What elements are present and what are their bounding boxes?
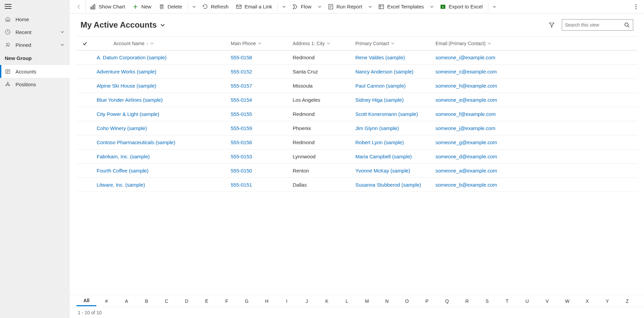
- table-row[interactable]: Litware, Inc. (sample) 555-0151 Dallas S…: [76, 178, 637, 192]
- nav-home[interactable]: Home: [0, 13, 70, 26]
- column-account-name[interactable]: Account Name ↑: [93, 41, 227, 46]
- alpha-filter-item[interactable]: #: [96, 296, 116, 306]
- table-row[interactable]: Contoso Pharmaceuticals (sample) 555-015…: [76, 135, 637, 150]
- new-button[interactable]: New: [129, 0, 155, 13]
- alpha-filter-item[interactable]: H: [257, 296, 277, 306]
- alpha-filter-item[interactable]: E: [197, 296, 217, 306]
- alpha-filter-item[interactable]: K: [317, 296, 337, 306]
- alpha-filter-item[interactable]: M: [357, 296, 377, 306]
- phone-link[interactable]: 555-0157: [231, 83, 252, 89]
- overflow-menu[interactable]: [631, 0, 641, 13]
- contact-link[interactable]: Paul Cannon (sample): [355, 83, 406, 89]
- run-report-button[interactable]: Run Report: [324, 0, 366, 13]
- email-link[interactable]: someone_f@example.com: [436, 111, 496, 117]
- alpha-filter-item[interactable]: P: [417, 296, 437, 306]
- templates-dropdown[interactable]: [428, 0, 436, 13]
- select-all-checkbox[interactable]: [76, 41, 93, 46]
- contact-link[interactable]: Nancy Anderson (sample): [355, 69, 414, 74]
- alpha-filter-item[interactable]: G: [237, 296, 257, 306]
- email-link-button[interactable]: Email a Link: [232, 0, 276, 13]
- account-link[interactable]: Coho Winery (sample): [97, 125, 147, 131]
- email-dropdown[interactable]: [280, 0, 288, 13]
- alpha-filter-item[interactable]: V: [537, 296, 557, 306]
- alpha-filter-item[interactable]: F: [217, 296, 236, 306]
- filter-button[interactable]: [546, 19, 558, 31]
- email-link[interactable]: someone_g@example.com: [436, 139, 497, 145]
- phone-link[interactable]: 555-0153: [231, 154, 252, 159]
- table-row[interactable]: City Power & Light (sample) 555-0155 Red…: [76, 107, 637, 121]
- alpha-filter-item[interactable]: D: [176, 296, 196, 306]
- alpha-filter-item[interactable]: A: [117, 296, 136, 306]
- table-row[interactable]: Adventure Works (sample) 555-0152 Santa …: [76, 65, 637, 79]
- show-chart-button[interactable]: Show Chart: [87, 0, 128, 13]
- alpha-filter-item[interactable]: N: [377, 296, 397, 306]
- export-dropdown[interactable]: [490, 0, 498, 13]
- alpha-filter-item[interactable]: L: [337, 296, 357, 306]
- contact-link[interactable]: Sidney Higa (sample): [355, 97, 404, 103]
- alpha-filter-item[interactable]: Y: [597, 296, 617, 306]
- search-box[interactable]: [562, 19, 633, 31]
- back-button[interactable]: [72, 0, 86, 13]
- account-link[interactable]: Adventure Works (sample): [97, 69, 156, 74]
- report-dropdown[interactable]: [366, 0, 374, 13]
- email-link[interactable]: someone_e@example.com: [436, 97, 497, 103]
- alpha-filter-item[interactable]: B: [136, 296, 156, 306]
- phone-link[interactable]: 555-0150: [231, 168, 252, 173]
- alpha-filter-item[interactable]: O: [397, 296, 417, 306]
- column-email[interactable]: Email (Primary Contact): [432, 41, 637, 46]
- account-link[interactable]: A. Datum Corporation (sample): [97, 55, 167, 60]
- nav-accounts[interactable]: Accounts: [0, 65, 70, 78]
- phone-link[interactable]: 555-0159: [231, 125, 252, 131]
- alpha-filter-item[interactable]: I: [277, 296, 297, 306]
- nav-pinned[interactable]: Pinned: [0, 38, 70, 51]
- email-link[interactable]: someone_b@example.com: [436, 182, 497, 188]
- alpha-filter-item[interactable]: U: [517, 296, 537, 306]
- phone-link[interactable]: 555-0158: [231, 55, 252, 60]
- contact-link[interactable]: Robert Lyon (sample): [355, 139, 404, 145]
- search-icon[interactable]: [624, 22, 630, 28]
- account-link[interactable]: Fabrikam, Inc. (sample): [97, 154, 150, 159]
- table-row[interactable]: Coho Winery (sample) 555-0159 Phoenix Ji…: [76, 121, 637, 135]
- alpha-filter-item[interactable]: T: [497, 296, 517, 306]
- contact-link[interactable]: Yvonne McKay (sample): [355, 168, 410, 173]
- contact-link[interactable]: Susanna Stubberod (sample): [355, 182, 421, 188]
- account-link[interactable]: Blue Yonder Airlines (sample): [97, 97, 163, 103]
- table-row[interactable]: Fourth Coffee (sample) 555-0150 Renton Y…: [76, 164, 637, 178]
- alpha-filter-item[interactable]: Q: [437, 296, 457, 306]
- refresh-button[interactable]: Refresh: [199, 0, 232, 13]
- search-input[interactable]: [565, 22, 624, 28]
- alpha-filter-item[interactable]: C: [157, 296, 176, 306]
- phone-link[interactable]: 555-0151: [231, 182, 252, 188]
- column-main-phone[interactable]: Main Phone: [227, 41, 289, 46]
- account-link[interactable]: Alpine Ski House (sample): [97, 83, 156, 89]
- alpha-filter-item[interactable]: J: [297, 296, 317, 306]
- phone-link[interactable]: 555-0152: [231, 69, 252, 74]
- account-link[interactable]: Fourth Coffee (sample): [97, 168, 149, 173]
- account-link[interactable]: Contoso Pharmaceuticals (sample): [97, 139, 175, 145]
- email-link[interactable]: someone_d@example.com: [436, 154, 497, 159]
- phone-link[interactable]: 555-0154: [231, 97, 252, 103]
- hamburger-menu[interactable]: [5, 4, 11, 9]
- contact-link[interactable]: Rene Valdes (sample): [355, 55, 405, 60]
- contact-link[interactable]: Jim Glynn (sample): [355, 125, 399, 131]
- column-primary-contact[interactable]: Primary Contact: [352, 41, 432, 46]
- table-row[interactable]: A. Datum Corporation (sample) 555-0158 R…: [76, 51, 637, 65]
- account-link[interactable]: City Power & Light (sample): [97, 111, 159, 117]
- nav-positions[interactable]: Positions: [0, 78, 70, 91]
- delete-button[interactable]: Delete: [155, 0, 185, 13]
- phone-link[interactable]: 555-0156: [231, 139, 252, 145]
- contact-link[interactable]: Maria Campbell (sample): [355, 154, 412, 159]
- alpha-filter-item[interactable]: S: [477, 296, 497, 306]
- contact-link[interactable]: Scott Konersmann (sample): [355, 111, 418, 117]
- email-link[interactable]: someone_j@example.com: [436, 125, 495, 131]
- email-link[interactable]: someone_h@example.com: [436, 83, 497, 89]
- alpha-filter-item[interactable]: X: [577, 296, 597, 306]
- flow-dropdown[interactable]: [316, 0, 324, 13]
- table-row[interactable]: Blue Yonder Airlines (sample) 555-0154 L…: [76, 93, 637, 107]
- column-city[interactable]: Address 1: City: [289, 41, 352, 46]
- email-link[interactable]: someone_a@example.com: [436, 168, 497, 173]
- alpha-filter-item[interactable]: W: [557, 296, 577, 306]
- alpha-filter-item[interactable]: Z: [617, 296, 637, 306]
- table-row[interactable]: Alpine Ski House (sample) 555-0157 Misso…: [76, 79, 637, 93]
- email-link[interactable]: someone_c@example.com: [436, 69, 497, 74]
